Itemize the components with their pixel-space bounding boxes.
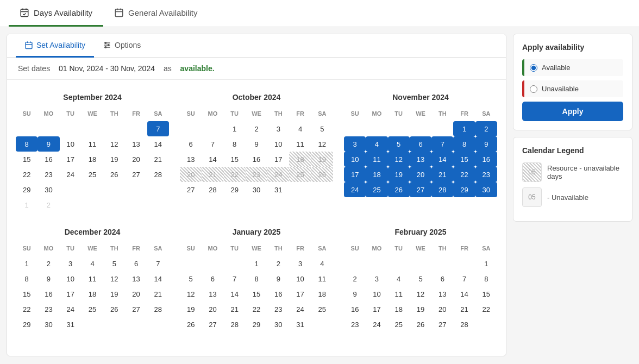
cal-day[interactable]: 27: [431, 317, 453, 332]
cal-day[interactable]: 13: [180, 152, 202, 167]
cal-day[interactable]: 28: [431, 182, 453, 197]
cal-day[interactable]: 5: [103, 256, 125, 271]
cal-day[interactable]: 20: [125, 152, 147, 167]
cal-day[interactable]: 18: [388, 302, 410, 317]
cal-day[interactable]: 11: [366, 152, 387, 167]
cal-day[interactable]: 23: [37, 302, 59, 317]
cal-day[interactable]: 1: [475, 256, 497, 271]
cal-day[interactable]: 2: [37, 256, 59, 271]
cal-day[interactable]: 26: [103, 167, 125, 182]
cal-day[interactable]: 16: [475, 152, 497, 167]
cal-day[interactable]: 13: [202, 286, 223, 302]
cal-day[interactable]: 22: [453, 167, 475, 182]
cal-day[interactable]: 15: [246, 286, 267, 302]
cal-day[interactable]: 26: [180, 317, 202, 332]
cal-day[interactable]: 15: [453, 152, 475, 167]
cal-day[interactable]: 14: [224, 286, 246, 302]
cal-day[interactable]: 31: [60, 317, 82, 332]
cal-day[interactable]: 20: [125, 286, 147, 302]
cal-day[interactable]: 3: [289, 256, 311, 271]
cal-day[interactable]: 5: [410, 271, 431, 286]
cal-day[interactable]: 15: [475, 286, 497, 302]
cal-day[interactable]: 9: [37, 136, 59, 152]
cal-day[interactable]: 25: [82, 167, 103, 182]
unavailable-radio[interactable]: [530, 85, 537, 93]
tab-days-availability[interactable]: Days Availability: [9, 0, 103, 27]
cal-day[interactable]: 24: [366, 317, 387, 332]
cal-day[interactable]: 18: [366, 167, 387, 182]
cal-day[interactable]: 3: [60, 256, 82, 271]
cal-day[interactable]: 25: [82, 302, 103, 317]
cal-day[interactable]: 2: [267, 256, 289, 271]
cal-day[interactable]: 23: [267, 302, 289, 317]
cal-day[interactable]: 9: [246, 136, 267, 152]
cal-day[interactable]: 12: [410, 286, 431, 302]
cal-day[interactable]: 15: [224, 152, 246, 167]
cal-day[interactable]: 29: [453, 182, 475, 197]
cal-day[interactable]: 30: [37, 317, 59, 332]
cal-day[interactable]: 27: [410, 182, 431, 197]
cal-day[interactable]: 13: [125, 136, 147, 152]
cal-day[interactable]: 7: [147, 256, 169, 271]
cal-day[interactable]: 5: [180, 271, 202, 286]
cal-day[interactable]: 23: [344, 317, 366, 332]
cal-day[interactable]: 10: [344, 152, 366, 167]
tab-general-availability[interactable]: General Availability: [103, 0, 208, 27]
cal-day[interactable]: 2: [475, 121, 497, 136]
cal-day[interactable]: 13: [431, 286, 453, 302]
cal-day[interactable]: 25: [388, 317, 410, 332]
cal-day[interactable]: 1: [453, 121, 475, 136]
cal-day[interactable]: 5: [311, 121, 333, 136]
cal-day[interactable]: 10: [60, 136, 82, 152]
cal-day[interactable]: 3: [366, 271, 387, 286]
cal-day[interactable]: 6: [431, 271, 453, 286]
cal-day[interactable]: 4: [388, 271, 410, 286]
cal-day[interactable]: 21: [147, 286, 169, 302]
cal-day[interactable]: 24: [344, 182, 366, 197]
cal-day[interactable]: 10: [267, 136, 289, 152]
cal-day[interactable]: 26: [410, 317, 431, 332]
cal-day[interactable]: 24: [289, 302, 311, 317]
cal-day[interactable]: 19: [180, 302, 202, 317]
cal-day[interactable]: 26: [388, 182, 410, 197]
cal-day[interactable]: 6: [180, 136, 202, 152]
cal-day[interactable]: 12: [180, 286, 202, 302]
cal-day[interactable]: 4: [366, 136, 387, 152]
cal-day[interactable]: 16: [37, 152, 59, 167]
apply-button[interactable]: Apply: [522, 102, 623, 121]
cal-day[interactable]: 12: [388, 152, 410, 167]
cal-day[interactable]: 27: [202, 317, 223, 332]
cal-day[interactable]: 1: [16, 256, 37, 271]
cal-day[interactable]: 19: [103, 152, 125, 167]
cal-day[interactable]: 28: [224, 317, 246, 332]
cal-day[interactable]: 27: [125, 167, 147, 182]
cal-day[interactable]: 28: [202, 182, 223, 197]
cal-day[interactable]: 8: [246, 271, 267, 286]
cal-day[interactable]: 24: [60, 302, 82, 317]
cal-day[interactable]: 7: [224, 271, 246, 286]
cal-day[interactable]: 1: [224, 121, 246, 136]
cal-day[interactable]: 18: [82, 152, 103, 167]
cal-day[interactable]: 21: [453, 302, 475, 317]
cal-day[interactable]: 10: [366, 286, 387, 302]
cal-day[interactable]: 8: [475, 271, 497, 286]
cal-day[interactable]: 13: [125, 271, 147, 286]
cal-day[interactable]: 9: [475, 136, 497, 152]
cal-day[interactable]: 22: [16, 302, 37, 317]
cal-day[interactable]: 9: [37, 271, 59, 286]
cal-day[interactable]: 30: [37, 182, 59, 197]
cal-day[interactable]: 21: [147, 152, 169, 167]
cal-day[interactable]: 6: [125, 256, 147, 271]
cal-day[interactable]: 21: [224, 302, 246, 317]
cal-day[interactable]: 11: [311, 271, 333, 286]
cal-day[interactable]: 7: [202, 136, 223, 152]
cal-day[interactable]: 7: [147, 121, 169, 136]
cal-day[interactable]: 26: [103, 302, 125, 317]
cal-day[interactable]: 14: [202, 152, 223, 167]
cal-day[interactable]: 29: [246, 317, 267, 332]
cal-day[interactable]: 28: [147, 302, 169, 317]
cal-day[interactable]: 29: [16, 317, 37, 332]
cal-day[interactable]: 22: [246, 302, 267, 317]
cal-day[interactable]: 24: [60, 167, 82, 182]
cal-day[interactable]: 5: [388, 136, 410, 152]
